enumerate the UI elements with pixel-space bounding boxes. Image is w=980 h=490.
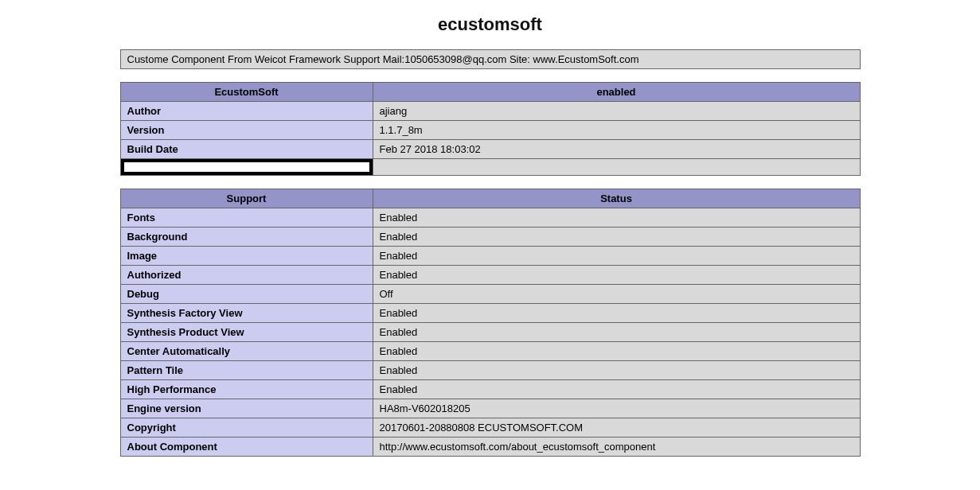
row-key: Version — [120, 121, 373, 140]
row-val: Enabled — [373, 361, 860, 380]
row-val: 1.1.7_8m — [373, 121, 860, 140]
row-val: Enabled — [373, 304, 860, 323]
info-table: EcustomSoft enabled Author ajiang Versio… — [120, 82, 861, 176]
table-row: Background Enabled — [120, 228, 860, 247]
row-key: High Performance — [120, 380, 373, 399]
row-val: Feb 27 2018 18:03:02 — [373, 140, 860, 159]
table-row: Debug Off — [120, 285, 860, 304]
table-row: Build Date Feb 27 2018 18:03:02 — [120, 140, 860, 159]
support-table: Support Status Fonts Enabled Background … — [120, 189, 861, 457]
row-val: ajiang — [373, 102, 860, 121]
row-key: Engine version — [120, 399, 373, 418]
row-key: Author — [120, 102, 373, 121]
row-val: Enabled — [373, 228, 860, 247]
table-row: Fonts Enabled — [120, 208, 860, 228]
row-val: Enabled — [373, 342, 860, 361]
row-val: HA8m-V602018205 — [373, 399, 860, 418]
redacted-key — [120, 159, 373, 176]
info-header-right: enabled — [373, 83, 860, 102]
row-key: Fonts — [120, 208, 373, 228]
table-row: Author ajiang — [120, 102, 860, 121]
redacted-row — [120, 159, 860, 176]
row-val: 20170601-20880808 ECUSTOMSOFT.COM — [373, 418, 860, 438]
row-val: Enabled — [373, 323, 860, 342]
table-row: Synthesis Factory View Enabled — [120, 304, 860, 323]
row-key: Synthesis Product View — [120, 323, 373, 342]
row-val: http://www.ecustomsoft.com/about_ecustom… — [373, 438, 860, 457]
table-row: Authorized Enabled — [120, 266, 860, 285]
row-key: Copyright — [120, 418, 373, 438]
row-val: Off — [373, 285, 860, 304]
support-header-right: Status — [373, 189, 860, 208]
table-row: Pattern Tile Enabled — [120, 361, 860, 380]
row-val: Enabled — [373, 266, 860, 285]
redaction-bar — [121, 159, 373, 175]
support-header-left: Support — [120, 189, 373, 208]
row-key: About Component — [120, 438, 373, 457]
row-val: Enabled — [373, 208, 860, 228]
table-row: Version 1.1.7_8m — [120, 121, 860, 140]
row-key: Build Date — [120, 140, 373, 159]
row-key: Center Automatically — [120, 342, 373, 361]
row-key: Pattern Tile — [120, 361, 373, 380]
row-key: Synthesis Factory View — [120, 304, 373, 323]
row-key: Authorized — [120, 266, 373, 285]
table-row: High Performance Enabled — [120, 380, 860, 399]
redacted-val — [373, 159, 860, 176]
row-key: Image — [120, 247, 373, 266]
info-header-left: EcustomSoft — [120, 83, 373, 102]
table-row: Engine version HA8m-V602018205 — [120, 399, 860, 418]
row-val: Enabled — [373, 380, 860, 399]
table-row: Synthesis Product View Enabled — [120, 323, 860, 342]
row-val: Enabled — [373, 247, 860, 266]
intro-banner: Custome Component From Weicot Framework … — [120, 49, 861, 69]
page-title: ecustomsoft — [120, 14, 861, 35]
row-key: Debug — [120, 285, 373, 304]
table-row: Copyright 20170601-20880808 ECUSTOMSOFT.… — [120, 418, 860, 438]
table-row: Center Automatically Enabled — [120, 342, 860, 361]
table-row: About Component http://www.ecustomsoft.c… — [120, 438, 860, 457]
row-key: Background — [120, 228, 373, 247]
table-row: Image Enabled — [120, 247, 860, 266]
